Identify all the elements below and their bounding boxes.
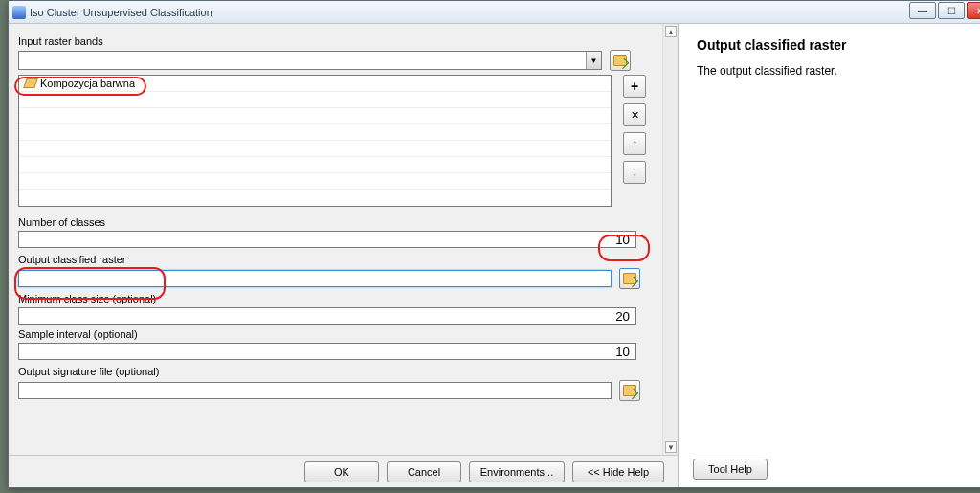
output-raster-label: Output classified raster	[18, 254, 672, 265]
dialog-window: Iso Cluster Unsupervised Classification …	[8, 0, 980, 488]
help-body: The output classified raster.	[697, 64, 978, 78]
env-label: Environments...	[480, 466, 553, 478]
environments-button[interactable]: Environments...	[469, 461, 565, 482]
raster-list-row: Kompozycja barwna + ✕ ↑ ↓	[18, 75, 672, 207]
browse-input-raster-button[interactable]	[610, 50, 631, 71]
scroll-down-icon[interactable]: ▼	[665, 441, 677, 453]
ok-label: OK	[334, 466, 349, 478]
sample-interval-input[interactable]	[18, 343, 636, 360]
window-body: ▲ ▼ Input raster bands ▼	[9, 24, 980, 487]
titlebar[interactable]: Iso Cluster Unsupervised Classification …	[9, 1, 980, 24]
arrow-down-icon: ↓	[632, 166, 637, 179]
cancel-button[interactable]: Cancel	[387, 461, 461, 482]
cancel-label: Cancel	[408, 466, 440, 478]
min-class-label: Minimum class size (optional)	[18, 293, 672, 304]
num-classes-label: Number of classes	[18, 216, 672, 228]
main-panel: ▲ ▼ Input raster bands ▼	[9, 24, 679, 487]
folder-open-icon	[613, 55, 627, 66]
list-side-buttons: + ✕ ↑ ↓	[623, 75, 646, 184]
hide-help-button[interactable]: << Hide Help	[572, 461, 664, 482]
minimize-button[interactable]: —	[909, 2, 936, 19]
folder-open-icon	[623, 273, 636, 284]
move-up-button[interactable]: ↑	[623, 132, 646, 155]
remove-button[interactable]: ✕	[623, 103, 646, 126]
add-button[interactable]: +	[623, 75, 646, 98]
arrow-up-icon: ↑	[632, 137, 637, 150]
app-icon	[12, 6, 26, 19]
help-title: Output classified raster	[697, 37, 978, 53]
tool-help-button[interactable]: Tool Help	[693, 459, 768, 480]
browse-sig-file-button[interactable]	[619, 380, 640, 401]
ok-button[interactable]: OK	[304, 461, 379, 482]
window-title: Iso Cluster Unsupervised Classification	[30, 7, 212, 18]
button-bar: OK Cancel Environments... << Hide Help	[9, 455, 678, 487]
input-raster-input[interactable]	[19, 52, 586, 69]
sig-file-input[interactable]	[18, 382, 612, 399]
minimize-icon: —	[918, 6, 927, 16]
min-class-input[interactable]	[18, 307, 636, 325]
toolhelp-label: Tool Help	[708, 463, 752, 475]
hide-label: << Hide Help	[588, 466, 649, 478]
chevron-down-icon: ▼	[590, 56, 598, 65]
x-icon: ✕	[631, 109, 639, 122]
plus-icon: +	[631, 78, 638, 94]
scroll-up-icon[interactable]: ▲	[665, 26, 677, 37]
list-item[interactable]: Kompozycja barwna	[19, 76, 611, 92]
list-item-label: Kompozycja barwna	[40, 78, 135, 89]
num-classes-input[interactable]	[18, 231, 636, 248]
combo-dropdown-button[interactable]: ▼	[586, 52, 601, 69]
sample-interval-label: Sample interval (optional)	[18, 328, 672, 340]
maximize-icon: ☐	[947, 6, 956, 16]
form-scroll-area: ▲ ▼ Input raster bands ▼	[9, 24, 678, 455]
window-buttons: — ☐ ✕	[909, 2, 980, 19]
help-panel: Output classified raster The output clas…	[679, 24, 980, 487]
close-button[interactable]: ✕	[967, 2, 980, 19]
output-raster-input[interactable]	[18, 270, 612, 287]
input-raster-combo[interactable]: ▼	[18, 51, 602, 70]
raster-listbox[interactable]: Kompozycja barwna	[18, 75, 612, 207]
folder-open-icon	[623, 385, 636, 396]
maximize-button[interactable]: ☐	[938, 2, 965, 19]
browse-output-raster-button[interactable]	[619, 268, 640, 289]
input-raster-label: Input raster bands	[18, 35, 672, 47]
move-down-button[interactable]: ↓	[623, 161, 646, 184]
sig-file-label: Output signature file (optional)	[18, 366, 672, 377]
close-icon: ✕	[976, 6, 980, 16]
layer-icon	[23, 78, 38, 88]
